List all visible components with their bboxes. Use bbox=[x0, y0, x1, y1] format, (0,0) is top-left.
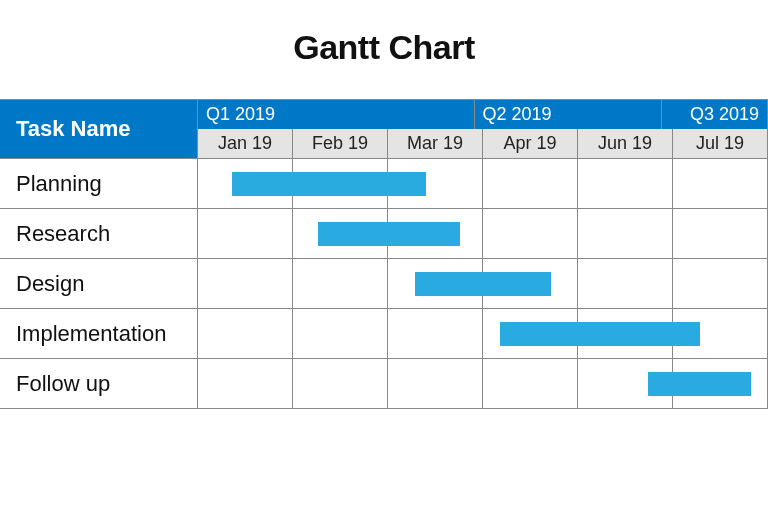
quarter-row: Q1 2019 Q2 2019 Q3 2019 bbox=[198, 99, 768, 129]
task-row: Implementation bbox=[0, 309, 768, 359]
bar-area bbox=[198, 209, 768, 259]
bar-area bbox=[198, 159, 768, 209]
quarter-q3: Q3 2019 bbox=[662, 99, 768, 129]
gantt-chart: Task Name Q1 2019 Q2 2019 Q3 2019 Jan 19… bbox=[0, 99, 768, 409]
month-jul: Jul 19 bbox=[673, 129, 768, 159]
gantt-bar-planning bbox=[232, 172, 426, 196]
task-row: Planning bbox=[0, 159, 768, 209]
month-jan: Jan 19 bbox=[198, 129, 293, 159]
task-row: Design bbox=[0, 259, 768, 309]
timeline-header: Q1 2019 Q2 2019 Q3 2019 Jan 19 Feb 19 Ma… bbox=[198, 99, 768, 159]
month-row: Jan 19 Feb 19 Mar 19 Apr 19 Jun 19 Jul 1… bbox=[198, 129, 768, 159]
month-apr: Apr 19 bbox=[483, 129, 578, 159]
task-row: Research bbox=[0, 209, 768, 259]
quarter-q1: Q1 2019 bbox=[198, 99, 475, 129]
bar-area bbox=[198, 259, 768, 309]
month-jun: Jun 19 bbox=[578, 129, 673, 159]
gantt-bar-implementation bbox=[500, 322, 700, 346]
bar-area bbox=[198, 359, 768, 409]
task-label-design: Design bbox=[0, 259, 198, 309]
gantt-bar-research bbox=[318, 222, 461, 246]
task-label-implementation: Implementation bbox=[0, 309, 198, 359]
gantt-header: Task Name Q1 2019 Q2 2019 Q3 2019 Jan 19… bbox=[0, 99, 768, 159]
gantt-bar-followup bbox=[648, 372, 751, 396]
task-label-planning: Planning bbox=[0, 159, 198, 209]
month-feb: Feb 19 bbox=[293, 129, 388, 159]
page-title: Gantt Chart bbox=[0, 0, 768, 99]
bar-area bbox=[198, 309, 768, 359]
task-label-research: Research bbox=[0, 209, 198, 259]
month-mar: Mar 19 bbox=[388, 129, 483, 159]
task-row: Follow up bbox=[0, 359, 768, 409]
task-name-header: Task Name bbox=[0, 99, 198, 159]
task-label-followup: Follow up bbox=[0, 359, 198, 409]
gantt-bar-design bbox=[415, 272, 552, 296]
quarter-q2: Q2 2019 bbox=[475, 99, 662, 129]
